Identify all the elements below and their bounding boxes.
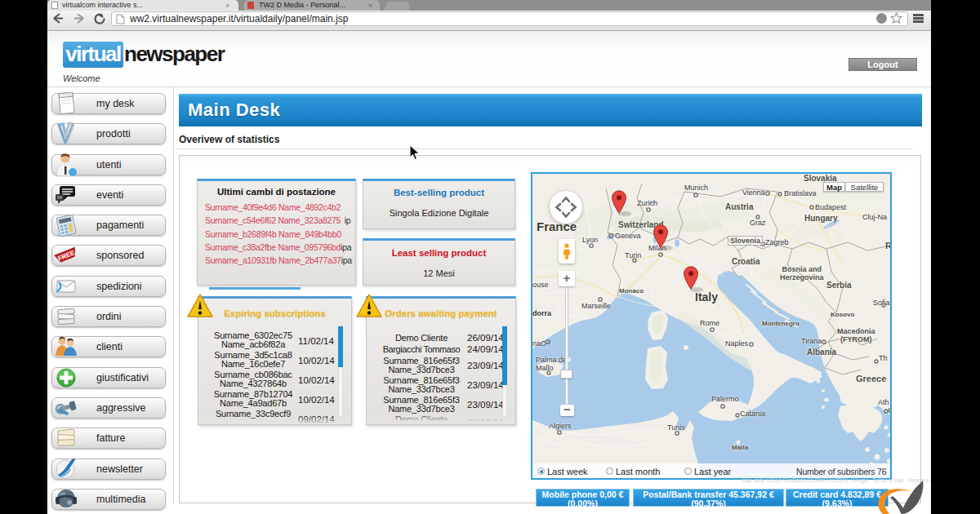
svg-text:FREE: FREE (57, 249, 77, 263)
